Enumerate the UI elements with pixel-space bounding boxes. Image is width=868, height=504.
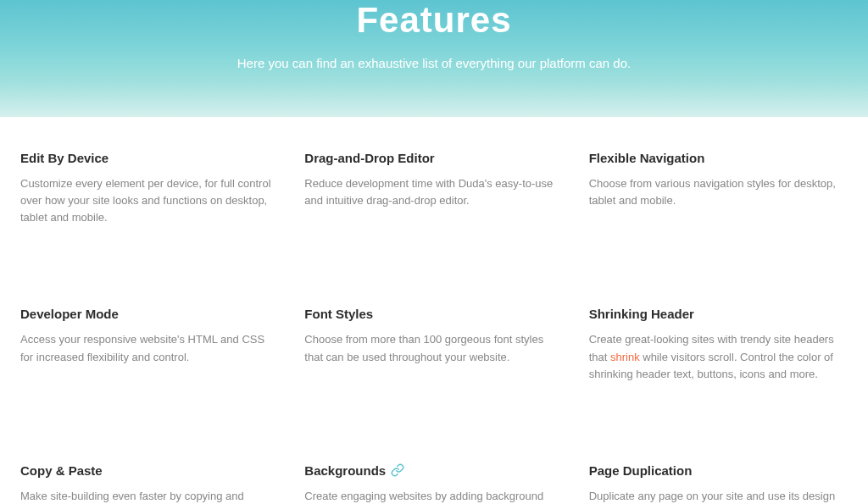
feature-description: Choose from more than 100 gorgeous font … (304, 331, 563, 365)
shrink-link[interactable]: shrink (610, 351, 640, 363)
feature-title: Developer Mode (20, 307, 279, 321)
link-icon (391, 463, 404, 477)
feature-description: Choose from various navigation styles fo… (589, 175, 848, 209)
feature-shrinking-header: Shrinking Header Create great-looking si… (589, 307, 848, 382)
feature-drag-drop-editor: Drag-and-Drop Editor Reduce development … (304, 151, 563, 226)
features-grid: Edit By Device Customize every element p… (0, 117, 868, 504)
feature-title: Font Styles (304, 307, 563, 321)
feature-font-styles: Font Styles Choose from more than 100 go… (304, 307, 563, 382)
page-subtitle: Here you can find an exhaustive list of … (17, 56, 851, 70)
feature-title: Shrinking Header (589, 307, 848, 321)
feature-title: Edit By Device (20, 151, 279, 165)
feature-flexible-navigation: Flexible Navigation Choose from various … (589, 151, 848, 226)
feature-copy-paste: Copy & Paste Make site-building even fas… (20, 463, 279, 504)
feature-title: Drag-and-Drop Editor (304, 151, 563, 165)
feature-title: Backgrounds (304, 463, 563, 478)
feature-description: Create engaging websites by adding backg… (304, 488, 563, 504)
feature-page-duplication: Page Duplication Duplicate any page on y… (589, 463, 848, 504)
feature-description: Reduce development time with Duda's easy… (304, 175, 563, 209)
hero-section: Features Here you can find an exhaustive… (0, 0, 868, 117)
feature-description: Access your responsive website's HTML an… (20, 331, 279, 365)
feature-title: Page Duplication (589, 463, 848, 478)
feature-developer-mode: Developer Mode Access your responsive we… (20, 307, 279, 382)
feature-backgrounds: Backgrounds Create engaging websites by … (304, 463, 563, 504)
feature-edit-by-device: Edit By Device Customize every element p… (20, 151, 279, 226)
page-title: Features (17, 0, 851, 41)
feature-description: Make site-building even faster by copyin… (20, 488, 279, 504)
feature-description: Duplicate any page on your site and use … (589, 488, 848, 504)
feature-title: Flexible Navigation (589, 151, 848, 165)
feature-description: Customize every element per device, for … (20, 175, 279, 226)
feature-title-text: Backgrounds (304, 463, 386, 478)
feature-title: Copy & Paste (20, 463, 279, 478)
feature-description: Create great-looking sites with trendy s… (589, 331, 848, 382)
